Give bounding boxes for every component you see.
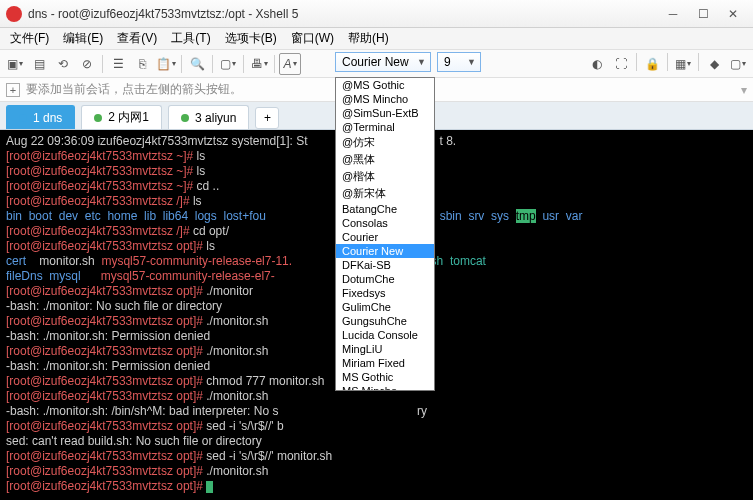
font-option[interactable]: BatangChe [336,202,434,216]
open-button[interactable]: ▤ [28,53,50,75]
menu-tabs[interactable]: 选项卡(B) [219,28,283,49]
font-size-value: 9 [444,55,451,69]
tab-label: 1 dns [33,111,62,125]
copy-button[interactable]: ⎘ [131,53,153,75]
font-option[interactable]: @新宋体 [336,185,434,202]
font-option[interactable]: DFKai-SB [336,258,434,272]
font-option[interactable]: DotumChe [336,272,434,286]
font-option[interactable]: @楷体 [336,168,434,185]
hint-dropdown-icon[interactable]: ▾ [741,83,747,97]
menu-edit[interactable]: 编辑(E) [57,28,109,49]
window-title: dns - root@izuf6eozj4kt7533mvtztsz:/opt … [28,7,659,21]
font-option[interactable]: MingLiU [336,342,434,356]
font-option[interactable]: MS Mincho [336,384,434,391]
font-option[interactable]: MS Gothic [336,370,434,384]
status-dot-icon [94,114,102,122]
xftp-dropdown[interactable]: ▢ [727,53,749,75]
tab-aliyun[interactable]: 3 aliyun [168,105,249,129]
tab-label: 2 内网1 [108,109,149,126]
font-option[interactable]: GungsuhChe [336,314,434,328]
chevron-down-icon: ▼ [417,57,426,67]
font-option[interactable]: @黑体 [336,151,434,168]
maximize-button[interactable]: ☐ [689,5,717,23]
tab-dns[interactable]: 1 dns [6,105,75,129]
menu-file[interactable]: 文件(F) [4,28,55,49]
font-name-combo[interactable]: Courier New ▼ [335,52,431,72]
font-option[interactable]: @Terminal [336,120,434,134]
fullscreen-button[interactable]: ⛶ [610,53,632,75]
font-option[interactable]: @仿宋 [336,134,434,151]
new-session-button[interactable]: ▣ [4,53,26,75]
xftp-button[interactable]: ◆ [703,53,725,75]
font-name-value: Courier New [342,55,409,69]
font-option[interactable]: @SimSun-ExtB [336,106,434,120]
tab-intranet[interactable]: 2 内网1 [81,105,162,129]
close-button[interactable]: ✕ [719,5,747,23]
paste-button[interactable]: 📋 [155,53,177,75]
menu-view[interactable]: 查看(V) [111,28,163,49]
font-size-combo[interactable]: 9 ▼ [437,52,481,72]
titlebar: dns - root@izuf6eozj4kt7533mvtztsz:/opt … [0,0,753,28]
find-button[interactable]: 🔍 [186,53,208,75]
menu-help[interactable]: 帮助(H) [342,28,395,49]
sessions-button[interactable]: ▦ [672,53,694,75]
menu-tools[interactable]: 工具(T) [165,28,216,49]
app-icon [6,6,22,22]
print-button[interactable]: 🖶 [248,53,270,75]
font-style-button[interactable]: A [279,53,301,75]
theme-button[interactable]: ◐ [586,53,608,75]
status-dot-icon [19,114,27,122]
font-option[interactable]: Courier [336,230,434,244]
tab-label: 3 aliyun [195,111,236,125]
add-session-icon[interactable]: + [6,83,20,97]
font-dropdown-list[interactable]: @MS Gothic@MS Mincho@SimSun-ExtB@Termina… [335,77,435,391]
reconnect-button[interactable]: ⟲ [52,53,74,75]
hint-text: 要添加当前会话，点击左侧的箭头按钮。 [26,81,242,98]
menubar: 文件(F) 编辑(E) 查看(V) 工具(T) 选项卡(B) 窗口(W) 帮助(… [0,28,753,50]
toolbar: ▣ ▤ ⟲ ⊘ ☰ ⎘ 📋 🔍 ▢ 🖶 A Courier New ▼ 9 ▼ … [0,50,753,78]
font-option[interactable]: Lucida Console [336,328,434,342]
font-option[interactable]: Consolas [336,216,434,230]
font-option[interactable]: Courier New [336,244,434,258]
menu-window[interactable]: 窗口(W) [285,28,340,49]
lock-button[interactable]: 🔒 [641,53,663,75]
font-option[interactable]: @MS Mincho [336,92,434,106]
color-button[interactable]: ▢ [217,53,239,75]
chevron-down-icon: ▼ [467,57,476,67]
properties-button[interactable]: ☰ [107,53,129,75]
font-option[interactable]: Miriam Fixed [336,356,434,370]
add-tab-button[interactable]: + [255,107,279,129]
disconnect-button[interactable]: ⊘ [76,53,98,75]
minimize-button[interactable]: ─ [659,5,687,23]
font-option[interactable]: Fixedsys [336,286,434,300]
font-option[interactable]: @MS Gothic [336,78,434,92]
status-dot-icon [181,114,189,122]
font-option[interactable]: GulimChe [336,300,434,314]
